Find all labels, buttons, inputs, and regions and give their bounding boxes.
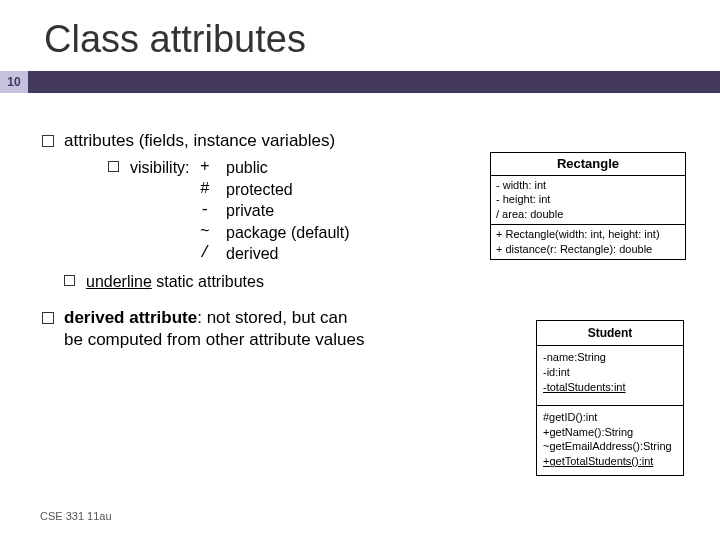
vis-row: /derived bbox=[200, 243, 350, 265]
uml-attr: - width: int bbox=[496, 178, 680, 193]
body-content: attributes (fields, instance variables) … bbox=[42, 130, 462, 356]
vis-label: public bbox=[226, 157, 268, 179]
derived-term: derived attribute bbox=[64, 308, 197, 327]
uml-op: +getName():String bbox=[543, 425, 677, 440]
bullet-underline: underline static attributes bbox=[64, 271, 462, 293]
vis-sym: ~ bbox=[200, 222, 226, 244]
vis-sym: # bbox=[200, 179, 226, 201]
vis-row: ~package (default) bbox=[200, 222, 350, 244]
accent-band: 10 bbox=[0, 71, 720, 93]
vis-label: private bbox=[226, 200, 274, 222]
uml-op: + distance(r: Rectangle): double bbox=[496, 242, 680, 257]
uml-class-name: Rectangle bbox=[491, 153, 685, 176]
visibility-label: visibility: bbox=[130, 157, 200, 265]
uml-operations: + Rectangle(width: int, height: int) + d… bbox=[491, 225, 685, 259]
slide-number: 10 bbox=[0, 71, 28, 93]
underline-rest: static attributes bbox=[152, 273, 264, 290]
uml-op: +getTotalStudents():int bbox=[543, 454, 677, 469]
vis-label: protected bbox=[226, 179, 293, 201]
uml-op: #getID():int bbox=[543, 410, 677, 425]
uml-class-name: Student bbox=[537, 321, 683, 346]
bullet-derived: derived attribute: not stored, but can b… bbox=[42, 307, 462, 353]
bullet-attributes: attributes (fields, instance variables) bbox=[42, 130, 462, 153]
slide-title: Class attributes bbox=[0, 0, 720, 71]
visibility-table: +public #protected -private ~package (de… bbox=[200, 157, 350, 265]
uml-attr: / area: double bbox=[496, 207, 680, 222]
bullet-visibility: visibility: +public #protected -private … bbox=[108, 157, 462, 265]
uml-attr: - height: int bbox=[496, 192, 680, 207]
slide-footer: CSE 331 11au bbox=[40, 510, 112, 522]
vis-sym: - bbox=[200, 200, 226, 222]
uml-attr: -totalStudents:int bbox=[543, 380, 677, 395]
uml-rectangle: Rectangle - width: int - height: int / a… bbox=[490, 152, 686, 260]
vis-row: +public bbox=[200, 157, 350, 179]
uml-attr: -id:int bbox=[543, 365, 677, 380]
vis-label: package (default) bbox=[226, 222, 350, 244]
vis-sym: + bbox=[200, 157, 226, 179]
uml-attr: -name:String bbox=[543, 350, 677, 365]
uml-op: + Rectangle(width: int, height: int) bbox=[496, 227, 680, 242]
vis-row: -private bbox=[200, 200, 350, 222]
uml-operations: #getID():int +getName():String ~getEmail… bbox=[537, 406, 683, 475]
uml-student: Student -name:String -id:int -totalStude… bbox=[536, 320, 684, 476]
uml-attributes: -name:String -id:int -totalStudents:int bbox=[537, 346, 683, 406]
vis-sym: / bbox=[200, 243, 226, 265]
vis-label: derived bbox=[226, 243, 278, 265]
uml-attributes: - width: int - height: int / area: doubl… bbox=[491, 176, 685, 226]
vis-row: #protected bbox=[200, 179, 350, 201]
underline-word: underline bbox=[86, 273, 152, 290]
uml-op: ~getEmailAddress():String bbox=[543, 439, 677, 454]
